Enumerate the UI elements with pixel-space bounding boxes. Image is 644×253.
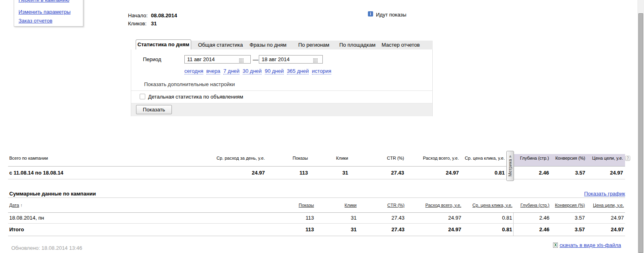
tab-statistics-by-day[interactable]: Статистика по дням xyxy=(136,39,191,50)
detailed-statistics-checkbox[interactable] xyxy=(140,94,145,99)
sort-arrow-icon: ↑ xyxy=(20,203,23,208)
sort-goal-price[interactable]: Цена цели, у.е. xyxy=(593,203,624,208)
summary-table-title: Суммарные данные по кампании xyxy=(9,191,96,197)
tab-by-regions[interactable]: По регионам xyxy=(298,42,329,48)
range-30-days[interactable]: 30 дней xyxy=(243,68,262,74)
sort-clicks[interactable]: Клики xyxy=(345,203,357,208)
tab-by-platforms[interactable]: По площадкам xyxy=(339,42,376,48)
download-xls-link[interactable]: скачать в виде xls-файла xyxy=(559,242,621,248)
filter-footer xyxy=(131,103,432,116)
excel-icon: X xyxy=(553,242,559,248)
summary-table: Дата ↑ Показы Клики CTR (%) Расход всего… xyxy=(8,198,625,236)
svg-text:X: X xyxy=(554,243,557,247)
start-label: Начало: xyxy=(128,12,151,19)
sort-depth[interactable]: Глубина (стр.) xyxy=(520,203,549,208)
campaign-menu: Перейти в кампанию Изменить параметры За… xyxy=(14,0,83,27)
campaign-status: Идут показы xyxy=(376,12,407,18)
sort-total-cost[interactable]: Расход всего, у.е. xyxy=(425,203,461,208)
calendar-icon[interactable] xyxy=(313,57,318,62)
vertical-scrollbar-thumb[interactable] xyxy=(638,13,643,253)
menu-link-order-reports[interactable]: Заказ отчетов xyxy=(19,18,52,24)
col-impressions: Показы xyxy=(266,154,309,166)
range-365-days[interactable]: 365 дней xyxy=(287,68,309,74)
campaign-start-row: Начало:08.08.2014 xyxy=(128,12,177,19)
quick-ranges: сегодня вчера 7 дней 30 дней 90 дней 365… xyxy=(184,68,333,74)
totals-depth: 2.46 xyxy=(514,166,550,179)
calendar-icon[interactable] xyxy=(239,57,244,62)
range-yesterday[interactable]: вчера xyxy=(206,68,221,74)
col-conversion: Конверсия (%) xyxy=(550,154,586,166)
col-avg-click-price: Ср. цена клика, у.е. xyxy=(460,154,506,166)
help-icon[interactable]: ? xyxy=(625,156,630,161)
col-avg-day-cost: Ср. расход за день, у.е. xyxy=(185,154,266,166)
totals-clicks: 31 xyxy=(309,166,349,179)
range-separator: — xyxy=(253,56,258,63)
period-label: Период xyxy=(143,56,161,62)
totals-conversion: 3.57 xyxy=(550,166,586,179)
total-row: Итого 113 31 27.43 24.97 0.81 2.46 3.57 … xyxy=(8,223,625,236)
tab-general-statistics[interactable]: Общая статистика xyxy=(198,42,243,48)
col-goal-price: Цена цели, у.е. xyxy=(586,154,625,166)
sort-avg-click-price[interactable]: Ср. цена клика, у.е. xyxy=(473,203,512,208)
show-chart-link[interactable]: Показать график xyxy=(584,191,625,197)
totals-avg-day-cost: 24.97 xyxy=(185,166,266,179)
info-icon[interactable]: i xyxy=(368,11,373,16)
totals-total-cost: 24.97 xyxy=(405,166,460,179)
sort-date[interactable]: Дата xyxy=(9,203,19,208)
sort-ctr[interactable]: CTR (%) xyxy=(387,203,405,208)
start-value: 08.08.2014 xyxy=(151,12,177,19)
download-xls: Xскачать в виде xls-файла xyxy=(553,242,621,248)
table-row: 18.08.2014, пн 113 31 27.43 24.97 0.81 2… xyxy=(8,212,625,223)
menu-link-edit-params[interactable]: Изменить параметры xyxy=(19,9,70,15)
range-90-days[interactable]: 90 дней xyxy=(265,68,284,74)
totals-avg-click-price: 0.81 xyxy=(460,166,506,179)
campaign-clicks-row: Кликов:31 xyxy=(128,21,157,27)
range-history[interactable]: история xyxy=(312,68,331,74)
clicks-value: 31 xyxy=(151,21,157,27)
advanced-settings-toggle[interactable]: Показать дополнительные настройки xyxy=(144,81,235,87)
detailed-statistics-label[interactable]: Детальная статистика по объявлениям xyxy=(148,94,243,100)
totals-impressions: 113 xyxy=(266,166,309,179)
tab-report-master[interactable]: Мастер отчетов xyxy=(382,42,420,48)
col-clicks: Клики xyxy=(309,154,349,166)
totals-table: Всего по кампании Ср. расход за день, у.… xyxy=(8,154,625,179)
totals-row-label: с 11.08.14 по 18.08.14 xyxy=(8,166,185,179)
range-today[interactable]: сегодня xyxy=(184,68,203,74)
sort-impressions[interactable]: Показы xyxy=(299,203,314,208)
show-button[interactable]: Показать xyxy=(136,105,172,114)
totals-table-title: Всего по кампании xyxy=(8,154,185,166)
clicks-label: Кликов: xyxy=(128,21,151,27)
totals-ctr: 27.43 xyxy=(349,166,405,179)
range-7-days[interactable]: 7 дней xyxy=(223,68,239,74)
tab-phrases-by-day[interactable]: Фразы по дням xyxy=(250,42,287,48)
col-depth: Глубина (стр.) xyxy=(514,154,550,166)
metrika-tab[interactable]: Метрика » xyxy=(506,151,514,181)
divider xyxy=(131,91,432,91)
col-ctr: CTR (%) xyxy=(349,154,405,166)
col-total-cost: Расход всего, у.е. xyxy=(405,154,460,166)
sort-conversion[interactable]: Конверсия (%) xyxy=(555,203,585,208)
menu-link-goto-campaign[interactable]: Перейти в кампанию xyxy=(19,0,69,3)
totals-goal-price: 24.97 xyxy=(586,166,625,179)
updated-timestamp: Обновлено: 18.08.2014 13:46 xyxy=(11,245,82,251)
